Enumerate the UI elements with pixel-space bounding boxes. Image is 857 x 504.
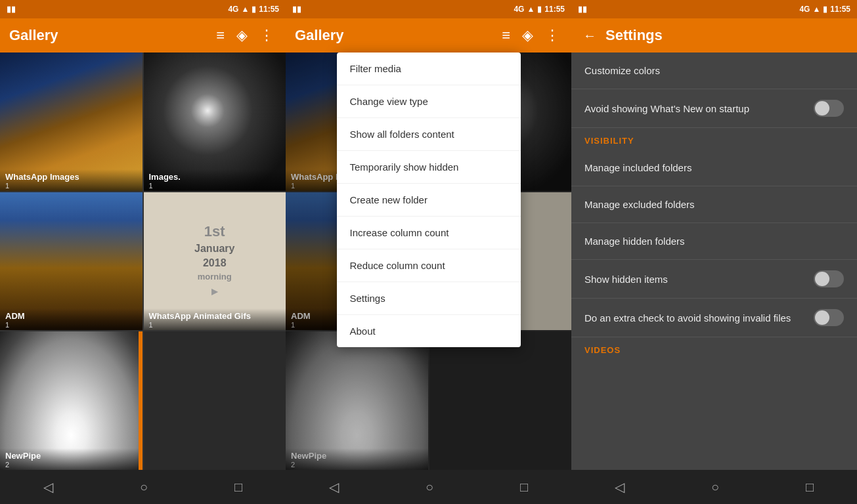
network-label-2: 4G (514, 5, 524, 14)
nav-bar-1: ◁ ○ □ (0, 470, 286, 504)
sim-icon: ▮▮ (7, 5, 16, 14)
gallery-item-4[interactable]: 1st January 2018 morning ▸ WhatsApp Anim… (144, 192, 286, 331)
battery-icon-3: ▮ (823, 5, 827, 14)
toggle-knob-hidden (815, 272, 829, 286)
settings-avoid-whats-new[interactable]: Avoid showing What's New on startup (571, 89, 857, 128)
item-count-3: 1 (5, 321, 137, 329)
item-count-5: 2 (5, 461, 137, 469)
camera-icon-1[interactable]: ◈ (234, 24, 250, 47)
back-arrow-settings[interactable]: ← (581, 26, 599, 46)
settings-customize-colors[interactable]: Customize colors (571, 52, 857, 89)
home-button-2[interactable]: ○ (426, 480, 433, 495)
battery-icon-2: ▮ (537, 5, 542, 14)
nav-bar-3: ◁ ○ □ (571, 470, 857, 504)
battery-icon-1: ▮ (252, 5, 256, 14)
nav-bar-2: ◁ ○ □ (286, 470, 571, 504)
gallery-item-6 (144, 331, 286, 470)
gallery-item-2-6 (429, 331, 572, 470)
gallery-grid-1: WhatsApp Images 1 Images. 1 ADM 1 1st Ja… (0, 52, 286, 470)
gallery-item-5[interactable]: NewPipe 2 (0, 331, 143, 470)
dropdown-show-all-folders[interactable]: Show all folders content (337, 118, 521, 151)
settings-manage-excluded[interactable]: Manage excluded folders (571, 186, 857, 223)
home-button-3[interactable]: ○ (711, 480, 719, 495)
signal-icon-1: ▲ (241, 5, 249, 14)
back-button-2[interactable]: ◁ (329, 479, 339, 495)
gallery-label-4: WhatsApp Animated Gifs 1 (144, 308, 286, 330)
back-button-3[interactable]: ◁ (615, 479, 625, 495)
extra-check-label: Do an extra check to avoid showing inval… (584, 312, 814, 324)
item-count-1: 1 (5, 182, 137, 190)
app-title-1: Gallery (9, 27, 207, 44)
app-bar-1: Gallery ≡ ◈ ⋮ (0, 18, 286, 52)
filter-icon-2[interactable]: ≡ (499, 24, 513, 47)
panel-settings: ▮▮ 4G ▲ ▮ 11:55 ← Settings Customize col… (571, 0, 857, 504)
progress-bar-5 (139, 331, 143, 470)
more-icon-1[interactable]: ⋮ (257, 24, 276, 47)
more-icon-2[interactable]: ⋮ (542, 24, 562, 47)
camera-icon-2[interactable]: ◈ (519, 24, 536, 47)
status-right-1: 4G ▲ ▮ 11:55 (228, 5, 279, 14)
section-videos: VIDEOS (571, 337, 857, 359)
settings-manage-included[interactable]: Manage included folders (571, 150, 857, 186)
panel-gallery-1: ▮▮ 4G ▲ ▮ 11:55 Gallery ≡ ◈ ⋮ WhatsApp I… (0, 0, 286, 504)
app-bar-2: Gallery ≡ ◈ ⋮ (286, 18, 571, 52)
dropdown-about[interactable]: About (337, 315, 521, 347)
manage-included-label: Manage included folders (584, 162, 844, 173)
dropdown-show-hidden[interactable]: Temporarily show hidden (337, 151, 521, 184)
signal-icon-3: ▲ (812, 5, 820, 14)
dropdown-create-folder[interactable]: Create new folder (337, 184, 521, 217)
avoid-whats-new-toggle[interactable] (814, 100, 844, 117)
item-name-2: Images. (149, 172, 281, 182)
filter-icon-1[interactable]: ≡ (213, 24, 227, 47)
app-title-2: Gallery (295, 27, 493, 44)
dropdown-change-view[interactable]: Change view type (337, 85, 521, 118)
toggle-knob-whats-new (815, 101, 829, 116)
manage-hidden-label: Manage hidden folders (584, 236, 844, 247)
gallery-label-5: NewPipe 2 (0, 448, 143, 470)
gallery-label-3: ADM 1 (0, 308, 143, 330)
gallery-item-2-5: NewPipe 2 (286, 331, 428, 470)
panel-gallery-2: ▮▮ 4G ▲ ▮ 11:55 Gallery ≡ ◈ ⋮ WhatsApp I… (286, 0, 571, 504)
item-count-4: 1 (149, 321, 281, 329)
item-count-2: 1 (149, 182, 281, 190)
recent-button-1[interactable]: □ (234, 480, 242, 495)
item-count-2-5: 2 (291, 461, 423, 469)
status-left-3: ▮▮ (578, 5, 587, 14)
back-button-1[interactable]: ◁ (43, 479, 53, 495)
dropdown-settings[interactable]: Settings (337, 282, 521, 315)
status-right-3: 4G ▲ ▮ 11:55 (799, 5, 850, 14)
time-label-2: 11:55 (544, 5, 565, 14)
settings-show-hidden-items[interactable]: Show hidden items (571, 260, 857, 299)
gallery-label-1: WhatsApp Images 1 (0, 169, 143, 191)
gallery-item-2[interactable]: Images. 1 (144, 52, 286, 191)
avoid-whats-new-label: Avoid showing What's New on startup (584, 103, 814, 114)
show-hidden-toggle[interactable] (814, 270, 844, 287)
item-name-2-5: NewPipe (291, 451, 423, 461)
customize-colors-label: Customize colors (584, 65, 844, 76)
sim-icon-3: ▮▮ (578, 5, 587, 14)
show-hidden-items-label: Show hidden items (584, 274, 814, 285)
extra-check-toggle[interactable] (814, 309, 844, 326)
gallery-label-2: Images. 1 (144, 169, 286, 191)
status-bar-2: ▮▮ 4G ▲ ▮ 11:55 (286, 0, 571, 18)
gallery-item-1[interactable]: WhatsApp Images 1 (0, 52, 143, 191)
status-bar-1: ▮▮ 4G ▲ ▮ 11:55 (0, 0, 286, 18)
toggle-knob-extra-check (815, 310, 829, 325)
dropdown-reduce-columns[interactable]: Reduce column count (337, 249, 521, 282)
recent-button-2[interactable]: □ (520, 480, 528, 495)
dropdown-increase-columns[interactable]: Increase column count (337, 217, 521, 249)
home-button-1[interactable]: ○ (140, 480, 148, 495)
sim-icon-2: ▮▮ (292, 5, 301, 14)
item-name-4: WhatsApp Animated Gifs (149, 311, 281, 321)
settings-extra-check[interactable]: Do an extra check to avoid showing inval… (571, 299, 857, 337)
status-bar-3: ▮▮ 4G ▲ ▮ 11:55 (571, 0, 857, 18)
item-name-3: ADM (5, 311, 137, 321)
gallery-item-3[interactable]: ADM 1 (0, 192, 143, 331)
settings-manage-hidden[interactable]: Manage hidden folders (571, 223, 857, 260)
time-label-3: 11:55 (830, 5, 850, 14)
network-label-3: 4G (799, 5, 810, 14)
gallery-label-2-5: NewPipe 2 (286, 448, 428, 470)
app-bar-settings: ← Settings (571, 18, 857, 52)
recent-button-3[interactable]: □ (806, 480, 814, 495)
dropdown-filter-media[interactable]: Filter media (337, 52, 521, 85)
